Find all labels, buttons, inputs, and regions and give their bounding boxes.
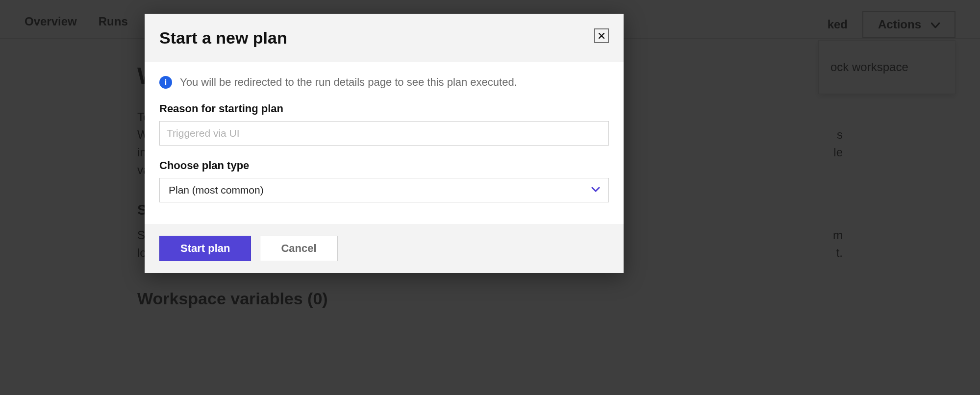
plan-type-label: Choose plan type: [159, 159, 609, 172]
reason-input[interactable]: [159, 121, 609, 146]
plan-type-value: Plan (most common): [169, 184, 264, 196]
start-plan-button[interactable]: Start plan: [159, 236, 251, 261]
info-icon: i: [159, 76, 172, 89]
info-text: You will be redirected to the run detail…: [180, 76, 517, 89]
modal-body: i You will be redirected to the run deta…: [145, 62, 624, 224]
reason-label: Reason for starting plan: [159, 102, 609, 115]
info-banner: i You will be redirected to the run deta…: [159, 76, 609, 89]
cancel-button[interactable]: Cancel: [260, 236, 337, 261]
modal-footer: Start plan Cancel: [145, 224, 624, 273]
close-button[interactable]: [594, 28, 609, 43]
modal-title: Start a new plan: [159, 28, 287, 48]
start-new-plan-modal: Start a new plan i You will be redirecte…: [145, 14, 624, 273]
plan-type-select[interactable]: Plan (most common): [159, 178, 609, 202]
modal-header: Start a new plan: [145, 14, 624, 62]
close-icon: [599, 31, 604, 41]
